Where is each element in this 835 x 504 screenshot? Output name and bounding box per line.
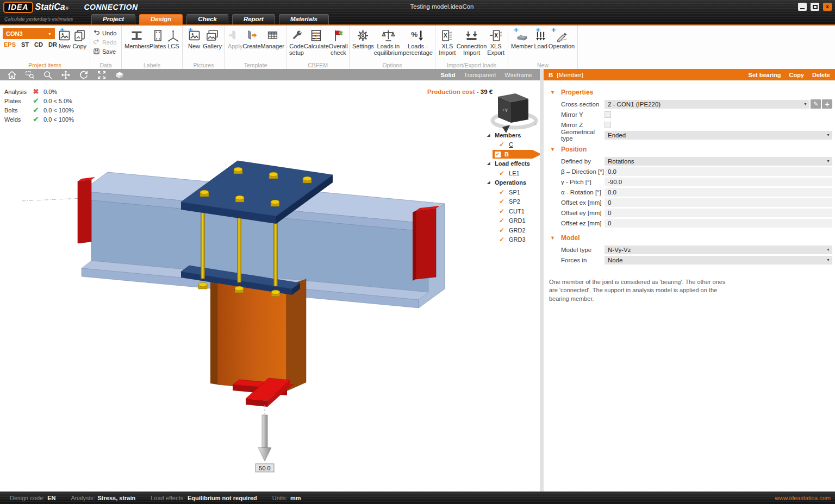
render-mode-solid[interactable]: Solid	[440, 72, 455, 78]
fit-view-button[interactable]	[95, 70, 108, 80]
end-plate-right[interactable]	[413, 206, 440, 281]
labels-plates-button[interactable]: Plates	[149, 27, 166, 49]
delete-member-button[interactable]: Delete	[812, 72, 830, 78]
section-properties[interactable]: ▼ Properties	[544, 86, 835, 99]
solid-view-button[interactable]	[113, 70, 126, 80]
tab-design[interactable]: Design	[139, 14, 183, 24]
calculate-button[interactable]: Calculate	[304, 27, 329, 49]
render-mode-wireframe[interactable]: Wireframe	[504, 72, 532, 78]
tab-report[interactable]: Report	[232, 14, 275, 24]
section-position[interactable]: ▼ Position	[544, 143, 835, 156]
section-model[interactable]: ▼ Model	[544, 231, 835, 244]
tree-item-c[interactable]: ✓ C	[485, 140, 540, 150]
template-apply-button[interactable]: Apply	[228, 27, 243, 49]
maximize-button[interactable]	[811, 3, 819, 11]
new-operation-button[interactable]: + Operation	[549, 27, 575, 49]
tree-item-grd2[interactable]: ✓GRD2	[485, 225, 540, 235]
tab-materials[interactable]: Materials	[279, 14, 329, 24]
labels-lcs-button[interactable]: LCS	[166, 27, 180, 49]
forces-in-select[interactable]: Node ▼	[605, 256, 832, 264]
collapse-triangle-icon[interactable]: ▼	[550, 235, 555, 241]
offset-ex-input[interactable]: 0	[605, 198, 832, 207]
tree-item-b-selected[interactable]: ✓ B	[485, 149, 540, 159]
load-arrow[interactable]: 50.0	[256, 405, 274, 472]
mirror-z-checkbox[interactable]	[605, 122, 611, 128]
geometrical-type-select[interactable]: Ended ▼	[605, 131, 832, 140]
offset-ez-input[interactable]: 0	[605, 219, 832, 228]
project-item-selector[interactable]: CON3 ▼	[3, 28, 55, 39]
check-icon[interactable]: ✓	[499, 207, 504, 215]
panel-splitter[interactable]	[540, 69, 544, 492]
check-icon[interactable]: ✓	[499, 217, 504, 224]
tab-project[interactable]: Project	[91, 14, 135, 24]
mode-eps[interactable]: EPS	[4, 41, 16, 48]
tree-item-sp1[interactable]: ✓SP1	[485, 187, 540, 197]
close-button[interactable]: ×	[823, 3, 832, 11]
undo-button[interactable]: Undo	[93, 29, 119, 36]
model-type-select[interactable]: N-Vy-Vz ▼	[605, 245, 832, 254]
copy-member-button[interactable]: Copy	[789, 72, 804, 78]
check-icon[interactable]: ✓	[499, 169, 504, 177]
settings-button[interactable]: Settings	[352, 27, 374, 49]
pan-button[interactable]	[59, 70, 72, 80]
connection-import-button[interactable]: Connection Import	[457, 27, 487, 56]
home-view-button[interactable]	[5, 70, 18, 80]
defined-by-select[interactable]: Rotations ▼	[605, 157, 832, 166]
rotate-button[interactable]	[77, 70, 90, 80]
mode-st[interactable]: ST	[21, 41, 29, 48]
offset-ey-input[interactable]: 0	[605, 209, 832, 217]
tree-item-le1[interactable]: ✓ LE1	[485, 168, 540, 178]
mirror-y-checkbox[interactable]	[605, 111, 611, 118]
tree-section-members[interactable]: ◢ Members	[485, 130, 540, 140]
tree-section-operations[interactable]: ◢ Operations	[485, 178, 540, 188]
tree-section-load-effects[interactable]: ◢ Load effects	[485, 159, 540, 169]
3d-viewport[interactable]: 50.0 - + +Y Analysis ✖	[0, 80, 540, 492]
expander-icon[interactable]: ◢	[485, 133, 490, 137]
labels-members-button[interactable]: Members	[124, 27, 149, 49]
beta-direction-input[interactable]: 0.0	[605, 167, 832, 176]
tab-check[interactable]: Check	[186, 14, 228, 24]
set-bearing-button[interactable]: Set bearing	[749, 72, 781, 78]
navigation-cube[interactable]: - + +Y	[490, 93, 537, 133]
new-project-item-button[interactable]: + New	[57, 27, 72, 49]
copy-project-item-button[interactable]: Copy	[72, 27, 88, 49]
check-icon[interactable]: ✓	[499, 141, 504, 148]
redo-button[interactable]: Redo	[93, 39, 119, 46]
tree-item-grd3[interactable]: ✓GRD3	[485, 235, 540, 245]
minimize-button[interactable]	[798, 3, 807, 11]
loads-percentage-button[interactable]: % Loads - percentage	[403, 27, 433, 56]
cross-section-select[interactable]: 2 - CON1 (IPE220) ▼	[605, 100, 809, 109]
template-manager-button[interactable]: Manager	[261, 27, 284, 49]
tree-item-cut1[interactable]: ✓CUT1	[485, 206, 540, 216]
zoom-window-button[interactable]	[23, 70, 36, 80]
check-icon[interactable]: ✓	[499, 236, 504, 243]
gamma-pitch-input[interactable]: -90.0	[605, 178, 832, 186]
tree-item-grd1[interactable]: ✓GRD1	[485, 216, 540, 226]
overall-check-button[interactable]: Overall check	[329, 27, 348, 56]
xls-import-button[interactable]: X XLS Import	[438, 27, 457, 56]
new-member-button[interactable]: + Member	[511, 27, 533, 49]
expander-icon[interactable]: ◢	[485, 161, 490, 166]
loads-in-equilibrium-button[interactable]: Loads in equilibrium	[374, 27, 403, 56]
pictures-new-button[interactable]: + New	[185, 27, 203, 49]
xls-export-button[interactable]: X XLS Export	[487, 27, 505, 56]
collapse-triangle-icon[interactable]: ▼	[550, 90, 555, 95]
check-icon[interactable]: ✓	[499, 198, 504, 205]
zoom-button[interactable]	[41, 70, 54, 80]
expander-icon[interactable]: ◢	[485, 180, 490, 185]
save-button[interactable]: Save	[93, 48, 119, 55]
add-cross-section-button[interactable]: +	[822, 99, 832, 109]
check-icon[interactable]: ✓	[499, 226, 504, 234]
pictures-gallery-button[interactable]: Gallery	[203, 27, 222, 49]
mode-cd[interactable]: CD	[34, 41, 43, 48]
tree-item-sp2[interactable]: ✓SP2	[485, 197, 540, 207]
check-icon[interactable]: ✓	[499, 188, 504, 196]
render-mode-transparent[interactable]: Transparent	[464, 72, 496, 78]
collapse-triangle-icon[interactable]: ▼	[550, 147, 555, 152]
column-member-c[interactable]	[210, 278, 306, 391]
edit-cross-section-button[interactable]: ✎	[811, 99, 821, 109]
template-create-button[interactable]: Create	[243, 27, 261, 49]
code-setup-button[interactable]: Code setup	[289, 27, 304, 56]
checkbox-checked-icon[interactable]: ✓	[495, 152, 501, 158]
website-link[interactable]: www.ideastatica.com	[775, 495, 831, 501]
